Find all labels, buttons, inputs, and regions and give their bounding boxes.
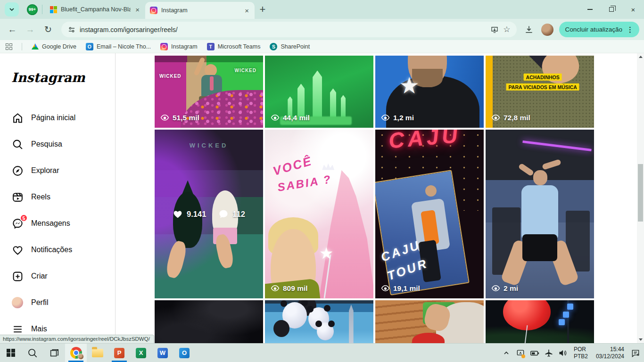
pinned-tab-unread-badge[interactable]: 99+ <box>27 4 38 15</box>
taskbar-clock[interactable]: 15:44 03/12/2024 <box>592 346 628 360</box>
tab-instagram[interactable]: Instagram × <box>145 2 255 19</box>
microsoft-favicon <box>50 6 57 13</box>
taskbar-explorer-button[interactable] <box>87 344 108 362</box>
scrollbar-thumb[interactable] <box>638 164 643 222</box>
clock-date: 03/12/2024 <box>596 353 624 360</box>
site-settings-icon[interactable] <box>68 26 75 33</box>
downloads-icon[interactable] <box>524 25 534 34</box>
task-view-button[interactable] <box>43 344 65 362</box>
update-chrome-button[interactable]: Concluir atualização ⋮ <box>559 22 639 37</box>
profile-avatar[interactable] <box>541 24 553 36</box>
instagram-sidebar: Instagram Página inicial Pesquisa Explor… <box>0 53 116 343</box>
scroll-up-arrow[interactable] <box>637 53 644 60</box>
bookmark-google-drive[interactable]: Google Drive <box>32 43 76 50</box>
action-center-button[interactable] <box>629 344 642 362</box>
reel-tile[interactable] <box>265 300 373 343</box>
new-tab-button[interactable]: + <box>255 1 271 17</box>
sidebar-item-create[interactable]: Criar <box>11 263 109 289</box>
hidden-icons-chevron[interactable] <box>500 344 513 362</box>
sidebar-label: Mais <box>31 325 47 333</box>
forward-button[interactable]: → <box>23 22 38 37</box>
sidebar-item-explore[interactable]: Explorar <box>11 157 109 184</box>
bookmark-teams[interactable]: T Microsoft Teams <box>207 43 261 50</box>
reel-tile[interactable]: 44,4 mil <box>265 56 373 128</box>
reel-tile-hovered[interactable]: WICKED 9.141 112 <box>155 130 263 298</box>
browser-menu-icon[interactable]: ⋮ <box>627 25 634 34</box>
bookmark-label: Email – Nicole Tho... <box>97 43 151 50</box>
tab-title: Instagram <box>161 7 240 14</box>
instagram-wordmark[interactable]: Instagram <box>11 70 109 89</box>
view-count: 51,5 mil <box>160 113 199 122</box>
sidebar-item-messages[interactable]: 5 Mensagens <box>11 210 109 237</box>
page-scrollbar[interactable] <box>637 53 644 343</box>
eye-icon <box>381 284 390 293</box>
plus-square-icon <box>11 270 24 282</box>
tab-bluefit[interactable]: Bluefit_Campanha Nov-Black Fr × <box>45 1 145 17</box>
sync-device-icon[interactable] <box>514 344 527 362</box>
sidebar-item-reels[interactable]: Reels <box>11 184 109 210</box>
minimize-button[interactable] <box>579 0 601 19</box>
bookmark-instagram[interactable]: Instagram <box>160 43 198 50</box>
clock-time: 15:44 <box>610 346 624 353</box>
taskbar-excel-button[interactable]: X <box>130 344 152 362</box>
sidebar-item-home[interactable]: Página inicial <box>11 105 109 131</box>
airplane-mode-icon[interactable] <box>542 344 555 362</box>
close-window-button[interactable]: × <box>622 0 644 19</box>
reel-tile[interactable]: ★ VOCÊ SABIA ? 809 mil <box>265 130 373 298</box>
reel-tile[interactable]: ★ 1,2 mi <box>375 56 484 128</box>
reel-tile[interactable]: 2 mi <box>486 130 594 298</box>
reload-button[interactable]: ↻ <box>41 22 56 37</box>
url-text[interactable]: instagram.com/igorsaringer/reels/ <box>80 26 486 33</box>
sidebar-item-search[interactable]: Pesquisa <box>11 131 109 157</box>
sidebar-label: Página inicial <box>31 114 75 122</box>
battery-icon[interactable] <box>528 344 541 362</box>
restore-button[interactable] <box>601 0 622 19</box>
bookmark-label: Google Drive <box>42 43 76 50</box>
instagram-favicon <box>150 7 157 14</box>
home-icon <box>11 112 24 124</box>
taskbar-outlook-button[interactable]: O <box>173 344 195 362</box>
keyboard-layout: PTB2 <box>574 353 588 360</box>
language-indicator[interactable]: POR PTB2 <box>570 346 591 360</box>
eye-icon <box>160 113 169 122</box>
reel-tile[interactable] <box>155 300 263 343</box>
reel-tile[interactable]: CAJU CAJU TOUR 19,1 mil <box>375 130 484 298</box>
browser-toolbar: ← → ↻ instagram.com/igorsaringer/reels/ … <box>0 19 644 40</box>
reels-grid: WICKED WICKED 51,5 mil <box>155 56 594 343</box>
reel-tile[interactable]: WICKED WICKED 51,5 mil <box>155 56 263 128</box>
bookmark-email[interactable]: O Email – Nicole Tho... <box>86 43 151 50</box>
taskbar-chrome-button[interactable] <box>65 344 87 362</box>
sidebar-item-profile[interactable]: Perfil <box>11 289 109 316</box>
bookmark-sharepoint[interactable]: S SharePoint <box>270 43 310 50</box>
view-count: 809 mil <box>271 284 308 293</box>
sidebar-label: Criar <box>31 272 48 280</box>
tab-search-button[interactable] <box>5 2 19 16</box>
reel-tile[interactable]: ACHADINHOS PARA VICIADOS EM MÚSICA 72,8 … <box>486 56 594 128</box>
scroll-down-arrow[interactable] <box>637 336 644 343</box>
taskbar-search-button[interactable] <box>22 344 43 362</box>
bookmark-star-icon[interactable]: ☆ <box>503 25 510 34</box>
back-button[interactable]: ← <box>5 22 20 37</box>
windows-logo-icon <box>7 349 15 357</box>
close-tab-icon[interactable]: × <box>134 6 140 14</box>
reel-tile[interactable] <box>486 300 594 343</box>
notification-dot <box>521 354 525 358</box>
sidebar-item-notifications[interactable]: Notificações <box>11 237 109 263</box>
sidebar-label: Notificações <box>31 246 72 254</box>
link-preview-statusbar: https://www.instagram.com/igorsaringer/r… <box>0 335 154 343</box>
apps-grid-icon[interactable] <box>6 43 12 50</box>
volume-icon[interactable] <box>556 344 570 362</box>
language-code: POR <box>574 346 588 353</box>
taskbar-powerpoint-button[interactable]: P <box>108 344 130 362</box>
install-app-icon[interactable] <box>490 25 499 34</box>
taskbar-word-button[interactable]: W <box>152 344 173 362</box>
bookmarks-bar: Google Drive O Email – Nicole Tho... Ins… <box>0 40 644 53</box>
google-drive-icon <box>32 43 39 49</box>
comment-icon <box>218 209 229 219</box>
start-button[interactable] <box>0 344 22 362</box>
close-tab-icon[interactable]: × <box>244 7 250 15</box>
address-bar[interactable]: instagram.com/igorsaringer/reels/ ☆ <box>61 22 517 37</box>
hovered-link-url: https://www.instagram.com/igorsaringer/r… <box>3 336 150 342</box>
heart-icon <box>11 244 24 256</box>
reel-tile[interactable] <box>375 300 484 343</box>
